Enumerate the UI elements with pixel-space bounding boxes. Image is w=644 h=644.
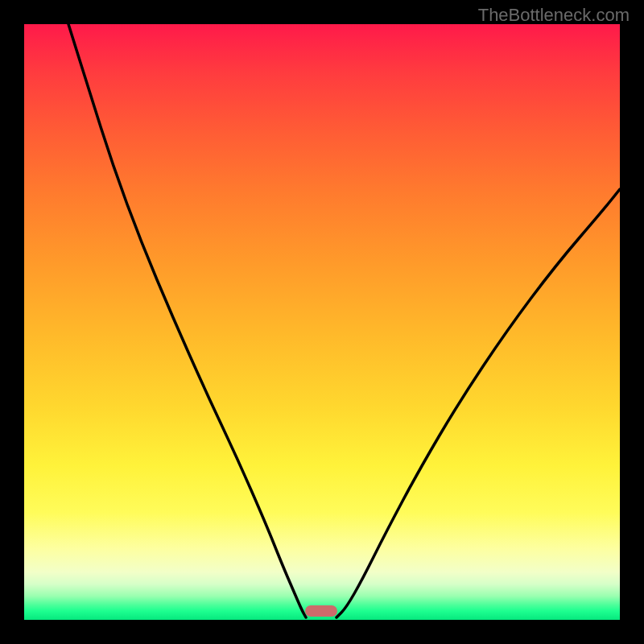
left-curve	[68, 24, 306, 617]
watermark-text: TheBottleneck.com	[478, 5, 630, 26]
min-marker	[305, 605, 337, 617]
curves-svg	[24, 24, 620, 620]
plot-area	[24, 24, 620, 620]
right-curve	[336, 189, 620, 617]
